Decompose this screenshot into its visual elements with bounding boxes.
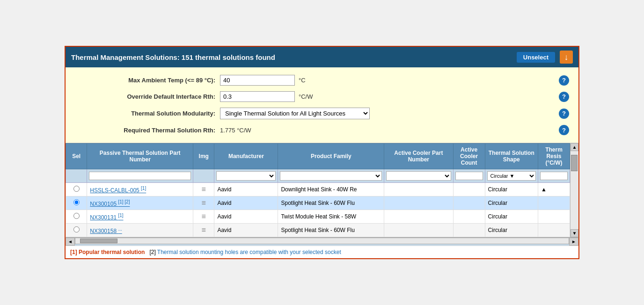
table-row: NX300105 [1] [2] ≡ Aavid Spotlight Heat … (66, 196, 570, 210)
row-manufacturer: Aavid (214, 224, 278, 237)
row-shape: Circular (485, 183, 538, 196)
filter-cooler-count-input[interactable] (455, 172, 483, 180)
part-link[interactable]: NX300131 [1] (90, 214, 123, 221)
filter-shape-select[interactable]: Circular ▼ (487, 171, 536, 181)
col-header-family: Product Family (278, 144, 384, 169)
row-cooler-count (453, 210, 485, 224)
header-bar: Thermal Management Solutions: 151 therma… (66, 47, 578, 67)
part-suffix: ... (118, 226, 122, 232)
row-shape: Circular (485, 210, 538, 224)
row-resist (538, 210, 570, 224)
filter-shape: Circular ▼ (485, 169, 538, 183)
header-title: Thermal Management Solutions: 151 therma… (71, 53, 275, 61)
modularity-label: Thermal Solution Modularity: (75, 110, 215, 117)
row-part: HSSLS-CALBL-005 [1] (87, 183, 193, 196)
override-unit: °C/W (299, 93, 313, 100)
note2-text: Thermal solution mounting holes are comp… (157, 249, 341, 255)
note1-tag: [1] (70, 249, 77, 255)
row-cooler-count (453, 183, 485, 196)
table-row: NX300131 [1] ≡ Aavid Twist Module Heat S… (66, 210, 570, 224)
row-img: ≡ (193, 224, 214, 237)
form-section: Max Ambient Temp (<= 89 °C): °C ? Overri… (66, 67, 578, 143)
col-header-manufacturer: Manufacturer (214, 144, 278, 169)
horizontal-scrollbar: ◄ ► (66, 237, 578, 246)
table-wrapper: Sel Passive Thermal Solution Part Number… (66, 143, 570, 237)
img-icon[interactable]: ≡ (202, 199, 206, 207)
hscroll-left-button[interactable]: ◄ (66, 238, 75, 246)
row-part: NX300158 ... (87, 224, 193, 237)
max-ambient-label: Max Ambient Temp (<= 89 °C): (75, 77, 215, 84)
table-row: NX300158 ... ≡ Aavid Spotlight Heat Sink… (66, 224, 570, 237)
row-cooler-count (453, 196, 485, 210)
filter-img (193, 169, 214, 183)
override-input[interactable] (220, 91, 295, 102)
row-img: ≡ (193, 183, 214, 196)
row-resist (538, 224, 570, 237)
row-radio[interactable] (73, 186, 80, 192)
filter-resist-input[interactable] (540, 172, 568, 180)
part-link[interactable]: NX300158 ... (90, 228, 122, 234)
modularity-help-button[interactable]: ? (559, 109, 569, 119)
unselect-button[interactable]: Unselect (517, 52, 555, 63)
filter-family-select[interactable] (280, 171, 382, 181)
table-section: Sel Passive Thermal Solution Part Number… (66, 143, 578, 246)
required-rth-label: Required Thermal Solution Rth: (75, 127, 215, 134)
row-family: Twist Module Heat Sink - 58W (278, 210, 384, 224)
row-resist (538, 196, 570, 210)
max-ambient-help-button[interactable]: ? (559, 75, 569, 86)
hscroll-right-button[interactable]: ► (569, 238, 578, 246)
vscroll-down-button[interactable]: ▼ (571, 229, 578, 237)
max-ambient-row: Max Ambient Temp (<= 89 °C): °C ? (75, 72, 569, 88)
results-table: Sel Passive Thermal Solution Part Number… (66, 143, 570, 237)
footer-notes: [1] Popular thermal solution [2] Thermal… (66, 246, 578, 258)
row-img: ≡ (193, 210, 214, 224)
img-icon[interactable]: ≡ (202, 185, 206, 193)
vertical-scrollbar[interactable]: ▲ ▼ (570, 143, 578, 237)
row-sel (66, 183, 87, 196)
col-header-cooler-count: Active Cooler Count (453, 144, 485, 169)
row-part: NX300105 [1] [2] (87, 196, 193, 210)
hscroll-thumb[interactable] (80, 239, 117, 243)
row-cooler-pn (384, 183, 453, 196)
row-cooler-count (453, 224, 485, 237)
col-header-resist: Therm Resis (°C/W) (538, 144, 570, 169)
filter-sel (66, 169, 87, 183)
required-rth-help-button[interactable]: ? (559, 125, 569, 135)
row-family: Spotlight Heat Sink - 60W Flu (278, 224, 384, 237)
img-icon[interactable]: ≡ (202, 226, 206, 234)
override-help-button[interactable]: ? (559, 92, 569, 102)
row-cooler-pn (384, 210, 453, 224)
row-part: NX300131 [1] (87, 210, 193, 224)
table-row: HSSLS-CALBL-005 [1] ≡ Aavid Downlight He… (66, 183, 570, 196)
arrow-button[interactable]: ↓ (560, 51, 573, 64)
row-manufacturer: Aavid (214, 210, 278, 224)
col-header-sel: Sel (66, 144, 87, 169)
filter-part (87, 169, 193, 183)
vscroll-thumb[interactable] (571, 155, 578, 171)
row-resist: ▲ (538, 183, 570, 196)
row-manufacturer: Aavid (214, 196, 278, 210)
part-link[interactable]: HSSLS-CALBL-005 [1] (90, 187, 146, 194)
row-sel (66, 196, 87, 210)
col-header-shape: Thermal Solution Shape (485, 144, 538, 169)
filter-manufacturer (214, 169, 278, 183)
filter-part-input[interactable] (89, 172, 191, 180)
row-sel (66, 224, 87, 237)
max-ambient-input[interactable] (220, 75, 295, 86)
row-family: Spotlight Heat Sink - 60W Flu (278, 196, 384, 210)
row-sel (66, 210, 87, 224)
row-radio[interactable] (73, 199, 80, 205)
row-radio[interactable] (73, 226, 80, 232)
row-radio[interactable] (73, 213, 80, 219)
filter-manufacturer-select[interactable] (216, 171, 276, 181)
filter-cooler-pn-select[interactable] (386, 171, 451, 181)
img-icon[interactable]: ≡ (202, 212, 206, 220)
part-link[interactable]: NX300105 [1] [2] (90, 201, 130, 207)
col-header-img: Img (193, 144, 214, 169)
modularity-row: Thermal Solution Modularity: Single Ther… (75, 105, 569, 122)
row-cooler-pn (384, 196, 453, 210)
modularity-select[interactable]: Single Thermal Solution for All Light So… (220, 108, 370, 119)
vscroll-up-button[interactable]: ▲ (571, 143, 578, 151)
row-cooler-pn (384, 224, 453, 237)
max-ambient-unit: °C (299, 77, 306, 84)
